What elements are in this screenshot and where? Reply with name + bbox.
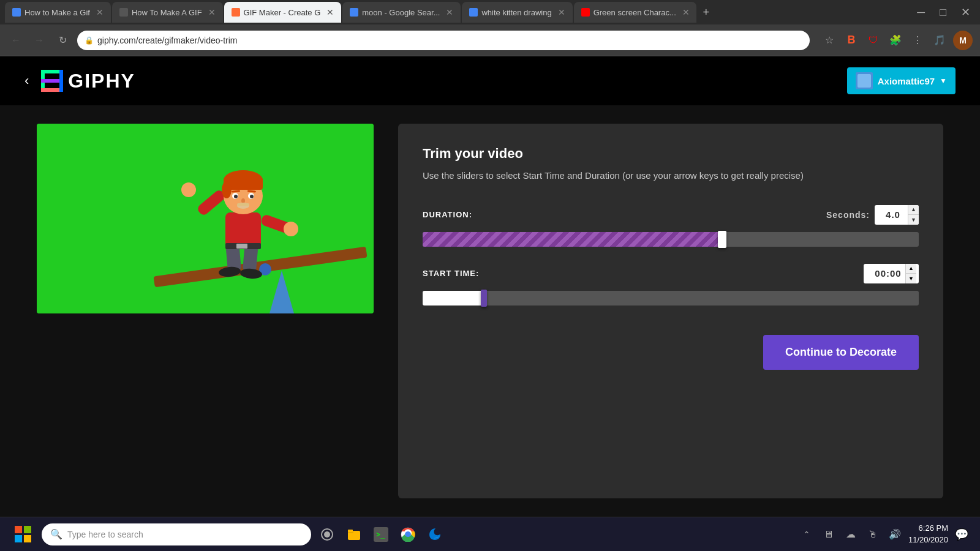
start-time-spinner[interactable]: ▲ ▼ [905,264,916,283]
lock-icon: 🔒 [85,36,94,45]
start-time-spin-up[interactable]: ▲ [906,264,916,274]
terminal-button[interactable]: >_ [370,523,392,545]
start-time-spin-down[interactable]: ▼ [906,273,916,283]
svg-point-23 [222,181,232,198]
start-time-input[interactable]: 00:00 ▲ ▼ [864,264,919,283]
start-time-slider-handle[interactable] [481,290,487,307]
tab-green-screen[interactable]: Green screen Charac... ✕ [574,2,696,23]
brave-icon[interactable]: B [843,32,860,49]
edge-taskbar-button[interactable] [424,523,446,545]
system-tray: ⌃ 🖥 ☁ 🖱 🔊 6:26 PM 11/20/2020 💬 [798,523,970,545]
tray-cloud-icon[interactable]: ☁ [842,526,859,543]
profile-button[interactable]: M [953,31,973,50]
adblock-icon[interactable]: 🛡 [865,32,882,49]
music-icon[interactable]: 🎵 [931,32,948,49]
tab-title-6: Green screen Charac... [594,8,676,17]
user-avatar-inner [858,74,871,88]
extensions-icon[interactable]: 🧩 [887,32,904,49]
svg-rect-15 [236,244,247,249]
chrome-taskbar-button[interactable] [397,523,419,545]
duration-spin-down[interactable]: ▼ [908,214,919,225]
duration-slider-fill [423,232,720,247]
tray-up-arrow[interactable]: ⌃ [798,526,815,543]
url-bar[interactable]: 🔒 giphy.com/create/gifmaker/video-trim [77,31,810,50]
tab-favicon-1 [12,8,21,17]
user-account-button[interactable]: Axiomattic97 ▼ [847,67,956,94]
header-right: Axiomattic97 ▼ [847,67,956,94]
tray-volume-icon[interactable]: 🔊 [886,526,903,543]
duration-input[interactable]: 4.0 ▲ ▼ [875,205,919,225]
svg-point-26 [234,195,238,198]
duration-slider-track[interactable] [423,232,919,247]
tab-how-to-make-gif-2[interactable]: How To Make A GIF ✕ [112,2,223,23]
new-tab-button[interactable]: + [698,4,715,21]
tab-close-1[interactable]: ✕ [96,7,104,17]
tray-display-icon[interactable]: 🖱 [864,526,881,543]
back-nav-button[interactable]: ← [7,32,24,49]
tab-how-to-make-gif[interactable]: How to Make a Gif ✕ [5,2,111,23]
continue-to-decorate-button[interactable]: Continue to Decorate [763,335,919,370]
terminal-icon: >_ [374,527,388,542]
notification-button[interactable]: 💬 [953,526,970,543]
minimize-button[interactable]: ─ [912,6,930,19]
toolbar-icons: ☆ B 🛡 🧩 ⋮ 🎵 M [821,31,973,50]
back-button[interactable]: ‹ [24,73,29,89]
svg-point-38 [324,531,330,538]
duration-label-text: DURATION: [423,210,472,219]
close-button[interactable]: ✕ [956,6,975,19]
giphy-header: ‹ GIPHY Axiomattic97 ▼ [0,56,980,105]
more-options-icon[interactable]: ⋮ [909,32,926,49]
svg-point-30 [241,198,245,203]
file-explorer-button[interactable] [343,523,365,545]
forward-nav-button[interactable]: → [31,32,48,49]
chrome-taskbar-icon [401,527,415,542]
tab-moon-search[interactable]: moon - Google Sear... ✕ [342,2,461,23]
tab-favicon-3 [232,8,240,17]
tab-title-3: GIF Maker - Create G [244,8,321,17]
tab-close-5[interactable]: ✕ [558,7,565,17]
tab-white-kitten[interactable]: white kitten drawing ✕ [462,2,572,23]
page-content: ‹ GIPHY Axiomattic97 ▼ [0,56,980,517]
windows-logo-icon [15,526,32,543]
tab-favicon-5 [469,8,478,17]
controls-panel: Trim your video Use the sliders to selec… [398,124,943,498]
start-menu-button[interactable] [10,521,37,548]
svg-point-18 [181,182,196,197]
start-time-label-text: START TIME: [423,269,479,278]
search-icon: 🔍 [50,528,62,540]
svg-rect-4 [59,70,63,92]
tab-title-4: moon - Google Sear... [362,8,440,17]
start-time-input-group: 00:00 ▲ ▼ [864,264,919,283]
reload-button[interactable]: ↻ [54,32,71,49]
svg-point-46 [405,532,410,537]
tab-close-2[interactable]: ✕ [208,7,216,17]
taskbar: 🔍 Type here to search >_ [0,517,980,551]
task-view-icon [321,528,333,541]
system-clock: 6:26 PM 11/20/2020 [908,523,948,545]
giphy-logo-text: GIPHY [68,70,135,92]
tab-title-1: How to Make a Gif [24,8,90,17]
tab-close-3[interactable]: ✕ [326,7,334,17]
tab-title-2: How To Make A GIF [132,8,202,17]
file-explorer-icon [347,527,361,542]
clock-date: 11/20/2020 [908,534,948,545]
start-time-slider-track[interactable] [423,291,919,305]
tab-close-6[interactable]: ✕ [682,7,690,17]
start-time-section: START TIME: 00:00 ▲ ▼ [423,264,919,305]
bookmark-icon[interactable]: ☆ [821,32,838,49]
svg-rect-34 [24,526,31,533]
tab-close-4[interactable]: ✕ [446,7,453,17]
tab-favicon-6 [581,8,590,17]
svg-rect-33 [15,526,22,533]
seconds-group: Seconds: 4.0 ▲ ▼ [826,205,919,225]
duration-slider-handle[interactable] [718,231,726,248]
duration-spin-up[interactable]: ▲ [908,205,919,215]
svg-rect-5 [37,124,374,313]
duration-spinner[interactable]: ▲ ▼ [908,205,919,225]
maximize-button[interactable]: □ [935,6,951,19]
tray-monitor-icon[interactable]: 🖥 [820,526,837,543]
task-view-button[interactable] [316,523,338,545]
tab-gif-maker[interactable]: GIF Maker - Create G ✕ [224,2,342,23]
taskbar-search-bar[interactable]: 🔍 Type here to search [42,523,311,545]
video-preview [37,124,374,313]
